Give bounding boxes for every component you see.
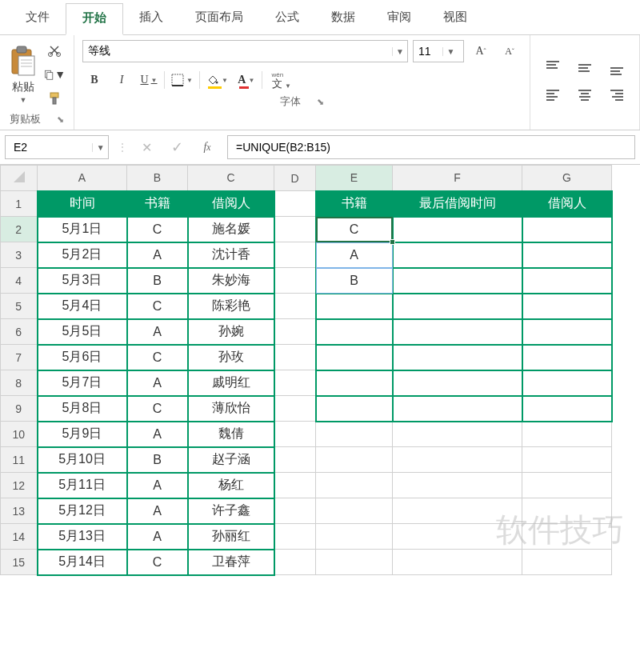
font-color-button[interactable]: A ▼ (234, 69, 258, 91)
cell-F2[interactable] (393, 217, 522, 242)
font-name-combo[interactable]: ▼ (82, 40, 408, 62)
cell-D5[interactable] (274, 294, 316, 319)
fill-handle[interactable] (390, 239, 395, 245)
cell-C10[interactable]: 魏倩 (188, 422, 274, 447)
cell-F14[interactable] (393, 524, 522, 550)
row-header-15[interactable]: 15 (1, 550, 38, 575)
cell-A11[interactable]: 5月10日 (38, 447, 127, 473)
row-header-4[interactable]: 4 (1, 268, 38, 294)
cell-D7[interactable] (274, 345, 316, 370)
cancel-formula-button[interactable]: ✕ (134, 136, 158, 158)
font-name-input[interactable] (83, 45, 392, 58)
cell-G4[interactable] (522, 268, 612, 294)
column-header-F[interactable]: F (393, 166, 522, 191)
phonetic-button[interactable]: wén 文 ▼ (266, 69, 290, 91)
cell-B13[interactable]: A (127, 498, 188, 524)
cell-D3[interactable] (274, 242, 316, 268)
cell-G5[interactable] (522, 294, 612, 319)
cell-B1[interactable]: 书籍 (127, 191, 188, 217)
row-header-13[interactable]: 13 (1, 498, 38, 524)
row-header-12[interactable]: 12 (1, 473, 38, 498)
cell-C4[interactable]: 朱妙海 (188, 268, 274, 294)
cell-G15[interactable] (522, 550, 612, 575)
cell-G11[interactable] (522, 447, 612, 473)
row-header-3[interactable]: 3 (1, 242, 38, 268)
tab-3[interactable]: 页面布局 (179, 3, 259, 34)
cell-A4[interactable]: 5月3日 (38, 268, 127, 294)
row-header-2[interactable]: 2 (1, 217, 38, 242)
align-top-button[interactable] (538, 56, 567, 80)
cell-F6[interactable] (393, 319, 522, 345)
row-header-8[interactable]: 8 (1, 370, 38, 396)
tab-1[interactable]: 开始 (66, 3, 123, 35)
tab-7[interactable]: 视图 (427, 3, 483, 34)
row-header-6[interactable]: 6 (1, 319, 38, 345)
cell-D4[interactable] (274, 268, 316, 294)
cell-A3[interactable]: 5月2日 (38, 242, 127, 268)
cell-E8[interactable] (316, 370, 393, 396)
cell-D12[interactable] (274, 473, 316, 498)
cell-G13[interactable] (522, 498, 612, 524)
cell-C3[interactable]: 沈计香 (188, 242, 274, 268)
font-dialog-launcher[interactable]: ⬊ (317, 97, 324, 107)
font-size-input[interactable] (414, 45, 442, 58)
copy-button[interactable]: ▼ (43, 64, 66, 85)
cell-C15[interactable]: 卫春萍 (188, 550, 274, 575)
chevron-down-icon[interactable]: ▼ (92, 143, 108, 152)
cell-D15[interactable] (274, 550, 316, 575)
cell-G9[interactable] (522, 396, 612, 422)
column-header-C[interactable]: C (188, 166, 274, 191)
cell-E6[interactable] (316, 319, 393, 345)
column-header-E[interactable]: E (316, 166, 393, 191)
cell-D14[interactable] (274, 524, 316, 550)
cell-F10[interactable] (393, 422, 522, 447)
cell-G1[interactable]: 借阅人 (522, 191, 612, 217)
row-header-9[interactable]: 9 (1, 396, 38, 422)
increase-font-button[interactable]: Aˆ (469, 40, 493, 62)
cell-G3[interactable] (522, 242, 612, 268)
cell-C7[interactable]: 孙玫 (188, 345, 274, 370)
cell-D10[interactable] (274, 422, 316, 447)
cell-B12[interactable]: A (127, 473, 188, 498)
cell-A5[interactable]: 5月4日 (38, 294, 127, 319)
tab-4[interactable]: 公式 (259, 3, 315, 34)
row-header-11[interactable]: 11 (1, 447, 38, 473)
cell-E7[interactable] (316, 345, 393, 370)
cell-B4[interactable]: B (127, 268, 188, 294)
cell-B10[interactable]: A (127, 422, 188, 447)
chevron-down-icon[interactable]: ▼ (442, 47, 458, 56)
bold-button[interactable]: B (82, 69, 106, 91)
cell-D9[interactable] (274, 396, 316, 422)
tab-0[interactable]: 文件 (10, 3, 66, 34)
column-header-D[interactable]: D (274, 166, 316, 191)
cell-G12[interactable] (522, 473, 612, 498)
cell-B14[interactable]: A (127, 524, 188, 550)
cell-F12[interactable] (393, 473, 522, 498)
cell-B2[interactable]: C (127, 217, 188, 242)
cell-D11[interactable] (274, 447, 316, 473)
cell-F1[interactable]: 最后借阅时间 (393, 191, 522, 217)
cell-F11[interactable] (393, 447, 522, 473)
cell-G10[interactable] (522, 422, 612, 447)
cell-F5[interactable] (393, 294, 522, 319)
row-header-7[interactable]: 7 (1, 345, 38, 370)
cell-E14[interactable] (316, 524, 393, 550)
decrease-font-button[interactable]: Aˇ (498, 40, 522, 62)
chevron-down-icon[interactable]: ▼ (392, 47, 407, 56)
cell-A10[interactable]: 5月9日 (38, 422, 127, 447)
cell-B11[interactable]: B (127, 447, 188, 473)
cell-E9[interactable] (316, 396, 393, 422)
cell-B15[interactable]: C (127, 550, 188, 575)
cell-A13[interactable]: 5月12日 (38, 498, 127, 524)
row-header-1[interactable]: 1 (1, 191, 38, 217)
cell-B6[interactable]: A (127, 319, 188, 345)
cell-C5[interactable]: 陈彩艳 (188, 294, 274, 319)
cell-B7[interactable]: C (127, 345, 188, 370)
cell-E12[interactable] (316, 473, 393, 498)
name-box[interactable]: ▼ (5, 135, 109, 159)
formula-input[interactable] (227, 135, 635, 159)
cell-B3[interactable]: A (127, 242, 188, 268)
cell-C2[interactable]: 施名媛 (188, 217, 274, 242)
cell-F8[interactable] (393, 370, 522, 396)
row-header-5[interactable]: 5 (1, 294, 38, 319)
